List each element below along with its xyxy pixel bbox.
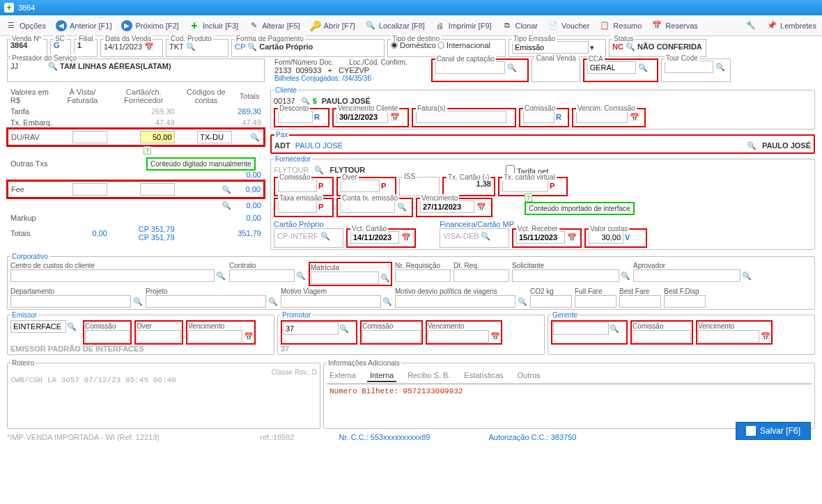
- calendar-icon[interactable]: 📅: [144, 41, 155, 52]
- gerente-vcto-input[interactable]: [698, 330, 759, 342]
- tx-cartao-virtual-input[interactable]: [502, 180, 548, 192]
- calendar-icon[interactable]: 📅: [244, 331, 254, 342]
- lookup-icon[interactable]: 🔍: [382, 296, 392, 307]
- tab-interna[interactable]: Interna: [367, 370, 396, 382]
- faturas-input[interactable]: [416, 111, 506, 123]
- lookup-icon[interactable]: 🔍: [66, 322, 77, 333]
- durav-code-input[interactable]: [197, 131, 232, 143]
- best-fare-input: [619, 295, 661, 308]
- calendar-icon[interactable]: 📅: [490, 331, 500, 342]
- localizar-button[interactable]: 🔍Localizar [F8]: [365, 20, 425, 31]
- lookup-icon[interactable]: 🔍: [185, 41, 196, 52]
- tab-externa[interactable]: Externa: [327, 370, 359, 382]
- radio-internacional[interactable]: Internacional: [437, 41, 490, 49]
- save-button[interactable]: Salvar [F6]: [736, 422, 811, 440]
- alterar-button[interactable]: ✎Alterar [F5]: [248, 20, 300, 31]
- promotor-comissao-input[interactable]: [362, 330, 421, 342]
- lookup-icon[interactable]: 🔍: [216, 270, 226, 281]
- taxa-emissao-input[interactable]: [278, 200, 317, 213]
- tab-estat[interactable]: Estatísticas: [461, 370, 506, 382]
- opcoes-menu[interactable]: ☰Opções: [6, 20, 46, 31]
- vct-cartao-input[interactable]: [350, 231, 399, 244]
- calendar-icon[interactable]: 📅: [629, 111, 640, 123]
- lookup-icon[interactable]: 🔍: [625, 41, 636, 52]
- comissao-cliente-input[interactable]: [523, 111, 555, 123]
- help-icon: ?: [144, 146, 151, 155]
- tab-outros[interactable]: Outros: [515, 370, 543, 382]
- promotor-code-input[interactable]: [283, 322, 339, 335]
- tour-code-input[interactable]: [665, 61, 713, 73]
- lookup-icon[interactable]: 🔍: [621, 270, 630, 281]
- lookup-icon[interactable]: 🔍: [132, 296, 143, 307]
- emissor-comissao-input[interactable]: [85, 330, 130, 342]
- lookup-icon[interactable]: 🔍: [267, 296, 278, 307]
- dropdown-icon[interactable]: ▾: [590, 43, 594, 52]
- calendar-icon[interactable]: 📅: [401, 232, 412, 243]
- tipo-emissao-select[interactable]: [512, 41, 589, 54]
- durav-cartao-input[interactable]: [140, 131, 175, 143]
- imprimir-button[interactable]: 🖨Imprimir [F9]: [435, 20, 492, 31]
- emissor-code-input[interactable]: [10, 320, 66, 333]
- lookup-icon[interactable]: 🔍: [249, 132, 261, 143]
- abrir-button[interactable]: 🔑Abrir [F7]: [310, 20, 355, 31]
- emissor-over-input[interactable]: [137, 330, 181, 342]
- lookup-icon[interactable]: 🔍: [746, 140, 757, 151]
- lookup-icon[interactable]: 🔍: [221, 184, 232, 195]
- lookup-icon[interactable]: 🔍: [47, 61, 59, 72]
- lookup-icon[interactable]: 🔍: [396, 201, 408, 212]
- gerente-code-input[interactable]: [553, 322, 609, 335]
- conta-tx-emissao-input[interactable]: [341, 200, 395, 213]
- canal-captacao-input[interactable]: [435, 61, 505, 74]
- resumo-button[interactable]: 📋Resumo: [599, 20, 642, 31]
- vencimento-forn-input[interactable]: [420, 200, 474, 213]
- lembretes-button[interactable]: 📌Lembretes: [766, 20, 816, 31]
- lookup-icon[interactable]: 🔍: [296, 270, 306, 281]
- centro-custos-input[interactable]: [10, 269, 215, 282]
- incluir-button[interactable]: +Incluir [F3]: [189, 20, 238, 31]
- lookup-icon[interactable]: 🔍: [480, 230, 491, 242]
- projeto-input: [146, 295, 266, 308]
- matricula-input[interactable]: [311, 271, 379, 284]
- fee-cart-input[interactable]: [140, 183, 175, 196]
- lookup-icon[interactable]: 🔍: [517, 296, 527, 307]
- valor-custas-input[interactable]: [589, 231, 623, 244]
- cca-input[interactable]: [587, 61, 636, 74]
- desconto-input[interactable]: [278, 111, 313, 123]
- calendar-icon[interactable]: 📅: [761, 331, 770, 342]
- calendar-icon[interactable]: 📅: [389, 111, 401, 123]
- lookup-icon[interactable]: 🔍: [313, 164, 325, 175]
- lookup-icon[interactable]: 🔍: [637, 62, 649, 73]
- lookup-icon[interactable]: 🔍: [715, 61, 726, 72]
- calendar-icon[interactable]: 📅: [566, 232, 577, 243]
- over-forn-input[interactable]: [341, 180, 380, 192]
- lookup-icon[interactable]: 🔍: [247, 41, 258, 52]
- tab-recibo[interactable]: Recibo S. B.: [405, 370, 453, 382]
- lookup-icon[interactable]: 🔍: [609, 324, 620, 335]
- vct-receber-input[interactable]: [516, 231, 565, 244]
- tarifa-net-checkbox[interactable]: [506, 165, 515, 174]
- anterior-button[interactable]: ◀Anterior [F1]: [56, 20, 112, 31]
- clonar-button[interactable]: ⧉Clonar: [502, 20, 538, 31]
- gerente-comissao-input[interactable]: [633, 330, 691, 342]
- emissor-vcto-input[interactable]: [188, 330, 242, 342]
- bilhetes-conj[interactable]: Bilhetes Conjugados: /34/35/36: [274, 74, 408, 82]
- config-button[interactable]: 🔧: [745, 20, 757, 31]
- lookup-icon[interactable]: 🔍: [339, 324, 350, 335]
- motivo-desvio-input: [395, 295, 515, 308]
- vcto-comissao-input[interactable]: [576, 111, 628, 123]
- wrench-icon: 🔧: [745, 20, 757, 31]
- lookup-icon[interactable]: 🔍: [320, 230, 331, 242]
- fee-avista-input[interactable]: [72, 183, 107, 196]
- durav-avista-input[interactable]: [72, 131, 107, 143]
- promotor-vcto-input[interactable]: [428, 330, 489, 342]
- lookup-icon[interactable]: 🔍: [221, 200, 232, 211]
- voucher-button[interactable]: 📄Voucher: [548, 20, 589, 31]
- proximo-button[interactable]: ▶Próximo [F2]: [121, 20, 178, 31]
- comissao-forn-input[interactable]: [278, 180, 317, 192]
- lookup-icon[interactable]: 🔍: [742, 270, 752, 281]
- calendar-icon[interactable]: 📅: [476, 201, 487, 212]
- lookup-icon[interactable]: 🔍: [506, 62, 518, 73]
- vcto-cliente-input[interactable]: [336, 111, 388, 123]
- reservas-button[interactable]: 📅Reservas: [651, 20, 697, 31]
- lookup-icon[interactable]: 🔍: [380, 272, 390, 283]
